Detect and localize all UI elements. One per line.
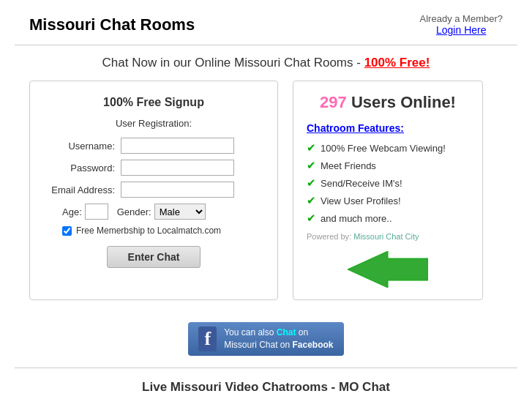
login-link[interactable]: Login Here	[420, 24, 503, 36]
feature-label-3: Send/Receive IM's!	[321, 178, 402, 189]
users-online-count: 297 Users Online!	[307, 93, 469, 112]
fb-facebook-word: Facebook	[293, 340, 334, 350]
feature-item-4: ✔ View User Profiles!	[307, 194, 469, 207]
localmatch-checkbox[interactable]	[62, 226, 72, 236]
facebook-line1: You can also Chat on	[224, 327, 333, 339]
username-row: Username:	[48, 138, 260, 154]
age-input[interactable]	[85, 204, 108, 220]
gender-select[interactable]: Male Female	[154, 204, 206, 220]
checkmark-icon-4: ✔	[307, 194, 316, 207]
feature-item-5: ✔ and much more..	[307, 212, 469, 225]
footer-title: Live Missouri Video Chatrooms - MO Chat	[0, 368, 532, 399]
fb-chat-word: Chat	[277, 327, 296, 338]
fb-line1-before: You can also	[224, 327, 277, 338]
main-content: 100% Free Signup User Registration: User…	[0, 81, 532, 315]
email-label: Email Address:	[48, 184, 121, 195]
feature-label-2: Meet Friends	[321, 160, 376, 171]
password-input[interactable]	[121, 160, 234, 176]
feature-item-3: ✔ Send/Receive IM's!	[307, 176, 469, 190]
feature-label-1: 100% Free Webcam Viewing!	[321, 143, 446, 154]
gender-label: Gender:	[117, 206, 151, 217]
signup-box: 100% Free Signup User Registration: User…	[29, 81, 278, 300]
checkmark-icon-2: ✔	[307, 159, 316, 172]
feature-item-1: ✔ 100% Free Webcam Viewing!	[307, 141, 469, 154]
features-title: Chatroom Features:	[307, 122, 469, 134]
facebook-logo-icon: f	[198, 327, 217, 351]
enter-chat-button[interactable]: Enter Chat	[107, 246, 201, 268]
feature-item-2: ✔ Meet Friends	[307, 159, 469, 172]
signup-subtitle: User Registration:	[48, 118, 260, 129]
fb-line1-after: on	[296, 327, 308, 338]
facebook-banner-link[interactable]: f You can also Chat on Missouri Chat on …	[188, 322, 343, 356]
promo-free: 100% Free!	[364, 56, 430, 70]
username-label: Username:	[48, 141, 121, 152]
powered-label: Powered by:	[307, 232, 351, 241]
facebook-section: f You can also Chat on Missouri Chat on …	[29, 322, 503, 356]
powered-link[interactable]: Missouri Chat City	[353, 232, 419, 241]
email-row: Email Address:	[48, 182, 260, 198]
online-count-number: 297	[320, 93, 347, 111]
already-member-text: Already a Member?	[420, 13, 503, 24]
age-label: Age:	[62, 206, 82, 217]
arrow-container	[307, 251, 469, 288]
facebook-line2: Missouri Chat on Facebook	[224, 339, 333, 351]
site-title: Missouri Chat Rooms	[29, 15, 195, 34]
checkbox-label: Free Memerbship to Localmatch.com	[76, 225, 221, 236]
signup-title: 100% Free Signup	[48, 96, 260, 109]
checkbox-row: Free Memerbship to Localmatch.com	[48, 225, 260, 236]
checkmark-icon-5: ✔	[307, 212, 316, 225]
fb-line2-before: Missouri Chat on	[224, 340, 292, 350]
green-arrow-icon	[348, 251, 428, 288]
svg-marker-0	[348, 251, 428, 288]
powered-by: Powered by: Missouri Chat City	[307, 232, 469, 241]
feature-label-4: View User Profiles!	[321, 195, 401, 206]
checkmark-icon-1: ✔	[307, 141, 316, 154]
checkmark-icon-3: ✔	[307, 176, 316, 190]
member-section: Already a Member? Login Here	[420, 13, 503, 36]
email-input[interactable]	[121, 182, 234, 198]
age-gender-row: Age: Gender: Male Female	[48, 204, 260, 220]
online-count-suffix: Users Online!	[347, 93, 456, 111]
top-header: Missouri Chat Rooms Already a Member? Lo…	[0, 0, 532, 45]
facebook-text: You can also Chat on Missouri Chat on Fa…	[224, 327, 333, 351]
username-input[interactable]	[121, 138, 234, 154]
feature-label-5: and much more..	[321, 213, 392, 224]
online-box: 297 Users Online! Chatroom Features: ✔ 1…	[293, 81, 483, 300]
promo-bar: Chat Now in our Online Missouri Chat Roo…	[0, 45, 532, 81]
promo-text: Chat Now in our Online Missouri Chat Roo…	[102, 56, 364, 70]
password-label: Password:	[48, 163, 121, 174]
password-row: Password:	[48, 160, 260, 176]
